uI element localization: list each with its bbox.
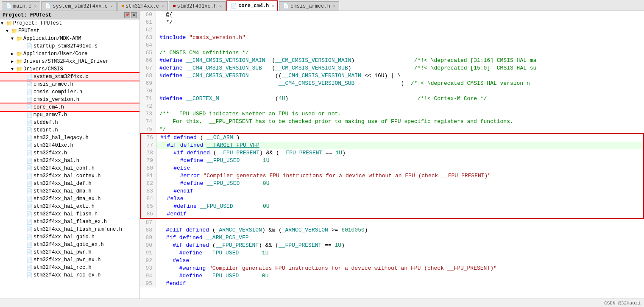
expand-icon3: ▼ — [11, 36, 16, 41]
line-num-85: 85 — [141, 203, 157, 210]
file-icon-core-cm4: 📄 — [26, 104, 33, 111]
code-editor[interactable]: 60 @{ 61 */ 62 63 — [140, 11, 644, 299]
tree-stm32f4xx-hal-conf-h-label: stm32f4xx_hal_conf.h — [33, 165, 95, 171]
tab-close-icon3[interactable]: ✕ — [162, 4, 164, 9]
sidebar-close-btn[interactable]: ✕ — [131, 12, 137, 18]
tree-mpu-armv7-h[interactable]: 📄 mpu_armv7.h — [0, 111, 139, 119]
line-num-73: 73 — [140, 110, 156, 118]
tree-stddef-h[interactable]: 📄 stddef.h — [0, 119, 139, 126]
file-icon-stm32f4xx-hal-dma: 📄 — [26, 188, 33, 195]
tree-stm32f4xx-h[interactable]: 📄 stm32f4xx.h — [0, 149, 139, 157]
code-line-67: 67 #define __CM4_CMSIS_VERSION_SUB (__CM… — [140, 64, 644, 72]
file-icon-stm32f4xx-hal-def: 📄 — [26, 181, 33, 187]
tab-close-icon5[interactable]: ✕ — [271, 3, 274, 8]
file-icon-stm32f401xc: 📄 — [26, 142, 33, 149]
code-line-85: 85 #define __FPU_USED 0U — [141, 203, 643, 210]
tab-stm32f4xx-c[interactable]: ■ stm32f4xx.c ✕ — [117, 1, 168, 11]
tree-startup[interactable]: 📄 startup_stm32f401xc.s — [0, 42, 139, 50]
tree-stm32f4xx-hal-cortex-h[interactable]: 📄 stm32f4xx_hal_cortex.h — [0, 172, 139, 180]
line-content-66: #define __CM4_CMSIS_VERSION_MAIN (__CM_C… — [156, 57, 536, 64]
tab-close-icon[interactable]: ✕ — [34, 4, 36, 9]
tree-app-user[interactable]: ▶ 📁 Application/User/Core — [0, 50, 139, 58]
tree-stm32f4xx-hal-flash-ex-h-label: stm32f4xx_hal_flash_ex.h — [33, 219, 107, 225]
tree-stm32f4xx-hal-def-h[interactable]: 📄 stm32f4xx_hal_def.h — [0, 180, 139, 187]
tree-project-root[interactable]: ▼ 📁 Project: FPUTest — [0, 20, 139, 27]
tree-stm32f4xx-hal-h[interactable]: 📄 stm32f4xx_hal.h — [0, 157, 139, 165]
tree-stm32f4xx-hal-rcc-ex-h[interactable]: 📄 stm32f4xx_hal_rcc_ex.h — [0, 271, 139, 279]
sidebar-pin-btn[interactable]: 📌 — [124, 12, 130, 18]
tree-drivers-hal[interactable]: ▶ 📁 Drivers/STM32F4xx_HAL_Driver — [0, 58, 139, 65]
tab-main-c[interactable]: 📄 main.c ✕ — [2, 1, 40, 11]
tree-cmsis-armcc-h[interactable]: 📄 cmsis_armcc.h — [0, 81, 139, 88]
tree-stm32f4xx-hal-rcc-h[interactable]: 📄 stm32f4xx_hal_rcc.h — [0, 264, 139, 271]
tree-system-stm32f4xx-c[interactable]: 📄 system_stm32f4xx.c — [0, 73, 139, 81]
code-line-87: 87 — [140, 219, 644, 226]
line-num-91: 91 — [140, 249, 156, 257]
code-line-80: 80 #else — [141, 165, 643, 172]
file-icon-stm32f4xx: 📄 — [26, 150, 33, 156]
code-line-91: 91 #define __FPU_USED 1U — [140, 249, 644, 257]
tree-stm32f4xx-hal-flash-ramfunc-h[interactable]: 📄 stm32f4xx_hal_flash_ramfunc.h — [0, 226, 139, 233]
file-icon-cmsis-version: 📄 — [26, 97, 33, 103]
tree-stm32f4xx-hal-pwr-ex-h[interactable]: 📄 stm32f4xx_hal_pwr_ex.h — [0, 256, 139, 264]
tree-stm32-hal-legacy-h[interactable]: 📄 stm32_hal_legacy.h — [0, 134, 139, 142]
code-line-88: 88 #elif defined (_ARMCC_VERSION) && (_A… — [140, 226, 644, 234]
tree-stm32f401xc-h[interactable]: 📄 stm32f401xc.h — [0, 142, 139, 149]
line-content-92: #else — [156, 257, 189, 265]
folder-icon5: 📁 — [16, 59, 22, 65]
tab-core-cm4-h[interactable]: 📄 core_cm4.h ✕ — [226, 0, 278, 11]
file-icon-stm32f4xx-hal-dma-ex: 📄 — [26, 196, 33, 202]
tab-close-icon4[interactable]: ✕ — [219, 4, 222, 9]
tree-stm32f4xx-hal-pwr-h-label: stm32f4xx_hal_pwr.h — [33, 249, 92, 255]
code-line-78: 78 #if defined (__FPU_PRESENT) && (__FPU… — [141, 149, 643, 157]
tree-cmsis-compiler-h[interactable]: 📄 cmsis_compiler.h — [0, 88, 139, 96]
line-content-73: /** __FPU_USED indicates whether an FPU … — [156, 110, 341, 118]
tab-label4: ■ — [173, 3, 176, 9]
line-content-88: #elif defined (_ARMCC_VERSION) && (_ARMC… — [156, 226, 368, 234]
status-text: CSDN @32Haozi — [604, 301, 641, 306]
tree-stm32f4xx-hal-gpio-ex-h[interactable]: 📄 stm32f4xx_hal_gpio_ex.h — [0, 241, 139, 248]
file-icon-stddef: 📄 — [26, 120, 33, 126]
tree-drivers-cmsis[interactable]: ▼ 📁 Drivers/CMSIS — [0, 65, 139, 73]
tab-core-cm4-label: core_cm4.h — [238, 3, 269, 9]
tree-stm32f4xx-hal-exti-h[interactable]: 📄 stm32f4xx_hal_exti.h — [0, 203, 139, 210]
code-line-92: 92 #else — [140, 257, 644, 265]
tree-mpu-armv7-h-label: mpu_armv7.h — [33, 112, 67, 118]
code-line-69: 69 __CM4_CMSIS_VERSION_SUB ) /*!< \depre… — [140, 80, 644, 87]
line-num-71: 71 — [140, 95, 156, 103]
tree-stm32f401xc-h-label: stm32f401xc.h — [33, 142, 73, 148]
code-line-71: 71 #define __CORTEX_M (4U) /*!< Cortex-M… — [140, 95, 644, 103]
tree-stm32f4xx-hal-dma-h[interactable]: 📄 stm32f4xx_hal_dma.h — [0, 187, 139, 195]
code-line-94: 94 #define __FPU_USED 0U — [140, 272, 644, 280]
code-line-72: 72 — [140, 103, 644, 110]
tree-stm32f4xx-hal-pwr-h[interactable]: 📄 stm32f4xx_hal_pwr.h — [0, 248, 139, 256]
tab-system-stm32f4xx-c[interactable]: 📄 system_stm32f4xx.c ✕ — [41, 1, 117, 11]
main-layout: 📄 main.c ✕ 📄 system_stm32f4xx.c ✕ ■ stm3… — [0, 0, 644, 307]
line-content-64 — [156, 42, 163, 49]
tree-stm32f4xx-hal-flash-h[interactable]: 📄 stm32f4xx_hal_flash.h — [0, 210, 139, 218]
tree-stm32f4xx-hal-flash-ex-h[interactable]: 📄 stm32f4xx_hal_flash_ex.h — [0, 218, 139, 226]
line-num-70: 70 — [140, 87, 156, 95]
tree-app-mdk[interactable]: ▼ 📁 Application/MDK-ARM — [0, 35, 139, 42]
tab-stm32f401xc-h[interactable]: ■ stm32f401xc.h ✕ — [169, 1, 226, 11]
tab-label5: 📄 — [231, 3, 237, 9]
folder-icon6: 📁 — [16, 66, 22, 73]
line-content-67: #define __CM4_CMSIS_VERSION_SUB (__CM_CM… — [156, 64, 536, 72]
tree-stdint-h[interactable]: 📄 stdint.h — [0, 126, 139, 134]
tree-stm32f4xx-hal-gpio-h[interactable]: 📄 stm32f4xx_hal_gpio.h — [0, 233, 139, 241]
tree-cmsis-version-h[interactable]: 📄 cmsis_version.h — [0, 96, 139, 103]
line-num-82: 82 — [141, 180, 157, 187]
tree-stm32f4xx-hal-dma-ex-h[interactable]: 📄 stm32f4xx_hal_dma_ex.h — [0, 195, 139, 203]
line-num-90: 90 — [140, 242, 156, 249]
code-line-84: 84 #else — [141, 195, 643, 203]
tree-drivers-cmsis-label: Drivers/CMSIS — [23, 66, 63, 72]
line-content-65: /* CMSIS CM4 definitions */ — [156, 49, 249, 57]
tab-label: 📄 — [6, 3, 12, 9]
tab-close-icon6[interactable]: ✕ — [333, 4, 335, 9]
tree-stm32f4xx-hal-conf-h[interactable]: 📄 stm32f4xx_hal_conf.h — [0, 165, 139, 172]
tree-core-cm4-h[interactable]: 📄 core_cm4.h — [0, 103, 139, 111]
tab-cmsis-armcc-h[interactable]: 📄 cmsis_armcc.h ✕ — [279, 1, 339, 11]
tree-fpuTest[interactable]: ▼ 📁 FPUTest — [0, 27, 139, 35]
tab-close-icon2[interactable]: ✕ — [110, 4, 113, 9]
line-num-81: 81 — [141, 172, 157, 180]
